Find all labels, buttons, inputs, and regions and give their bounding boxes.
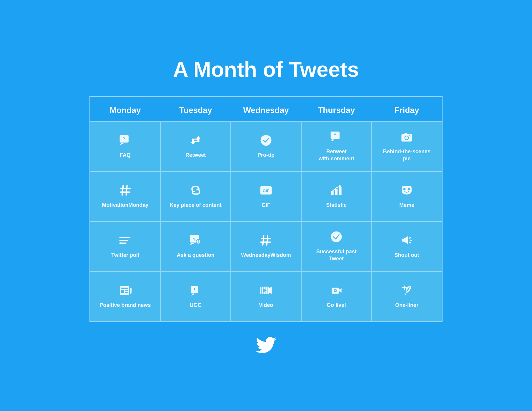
gif-label: GIF <box>262 202 270 209</box>
svg-text:?: ? <box>122 136 125 141</box>
svg-point-63 <box>335 290 336 291</box>
svg-rect-48 <box>125 290 128 291</box>
svg-line-12 <box>122 186 123 195</box>
protip-label: Pro-tip <box>257 152 275 159</box>
cell-key-content: Key piece of content <box>160 172 231 222</box>
chart-icon <box>330 184 343 198</box>
meme-label: Meme <box>399 202 414 209</box>
svg-point-28 <box>119 239 121 241</box>
cell-wednesday-wisdom: WednesdayWisdom <box>231 222 301 272</box>
oneliner-icon <box>400 284 413 298</box>
svg-text:GIF: GIF <box>263 189 269 193</box>
svg-marker-52 <box>191 293 195 295</box>
wednesday-wisdom-label: WednesdayWisdom <box>241 252 291 259</box>
retweet-comment-label: Retweetwith comment <box>319 148 354 162</box>
page-title: A Month of Tweets <box>173 57 359 81</box>
key-content-label: Key piece of content <box>170 202 222 209</box>
cell-shout-out: Shout out <box>372 222 442 272</box>
body-grid: ? FAQ Retweet Pro-tip <box>90 121 442 322</box>
svg-line-37 <box>267 236 268 245</box>
faq-label: FAQ <box>120 152 131 159</box>
retweet-label: Retweet <box>185 152 206 159</box>
svg-line-43 <box>410 242 411 243</box>
newspaper-icon <box>119 284 132 298</box>
hashtag-wednesday-icon <box>260 234 272 248</box>
svg-line-41 <box>410 237 411 238</box>
svg-point-40 <box>331 232 342 242</box>
cell-retweet: Retweet <box>160 122 231 172</box>
behind-scenes-label: Behind-the-scenespic <box>383 148 430 162</box>
main-grid: Monday Tuesday Wednesday Thursday Friday… <box>89 96 443 322</box>
svg-rect-20 <box>339 187 341 195</box>
svg-line-36 <box>263 236 264 245</box>
svg-point-23 <box>408 188 410 190</box>
gif-icon: GIF <box>260 184 272 198</box>
faq-icon: ? <box>119 134 132 148</box>
ask-question-label: Ask a question <box>177 252 215 259</box>
cell-successful-tweet: Successful pastTweet <box>301 222 372 272</box>
svg-rect-45 <box>130 288 132 294</box>
live-icon <box>330 284 343 298</box>
header-monday: Monday <box>90 103 160 118</box>
question-icon: ? ! <box>189 234 202 248</box>
cell-go-live: Go live! <box>301 272 372 322</box>
cell-ask-question: ? ! Ask a question <box>160 222 231 272</box>
ugc-icon: ! <box>189 284 202 298</box>
svg-point-3 <box>261 135 272 146</box>
twitter-poll-label: Twitter poll <box>111 252 139 259</box>
motivation-monday-label: MotivationMonday <box>102 202 149 209</box>
video-label: Video <box>259 302 273 309</box>
successful-tweet-label: Successful pastTweet <box>316 248 357 262</box>
hashtag-monday-icon <box>119 184 132 198</box>
svg-rect-46 <box>121 288 128 289</box>
cell-meme: Meme <box>372 172 442 222</box>
cell-retweet-comment: " Retweetwith comment <box>301 122 372 172</box>
svg-point-22 <box>403 188 406 190</box>
cell-positive-brand: Positive brand news <box>90 272 160 322</box>
go-live-label: Go live! <box>327 302 346 309</box>
cell-statistic: Statistic <box>301 172 372 222</box>
link-icon <box>189 184 202 198</box>
svg-text:": " <box>334 133 336 138</box>
cell-ugc: ! UGC <box>160 272 231 322</box>
header-tuesday: Tuesday <box>160 103 231 118</box>
svg-line-66 <box>405 294 406 295</box>
svg-point-9 <box>405 136 408 139</box>
statistic-label: Statistic <box>326 202 347 209</box>
header-wednesday: Wednesday <box>231 103 301 118</box>
cell-behind-scenes: Behind-the-scenespic <box>372 122 442 172</box>
poll-icon <box>119 234 132 248</box>
checkmark-icon <box>330 231 343 245</box>
cell-gif: GIF GIF <box>231 172 301 222</box>
svg-text:!: ! <box>198 240 199 243</box>
cell-one-liner: One-liner <box>372 272 442 322</box>
svg-rect-18 <box>331 191 334 195</box>
camera-icon <box>400 131 413 145</box>
mask-icon <box>400 184 413 198</box>
twitter-footer <box>256 337 276 354</box>
svg-rect-47 <box>121 290 124 293</box>
one-liner-label: One-liner <box>395 302 418 309</box>
protip-icon <box>260 134 272 148</box>
svg-point-11 <box>410 135 410 136</box>
svg-rect-10 <box>405 133 407 135</box>
svg-point-29 <box>119 242 121 244</box>
ugc-label: UGC <box>190 302 202 309</box>
svg-rect-19 <box>335 189 338 195</box>
svg-marker-6 <box>331 139 335 142</box>
svg-text:!: ! <box>194 287 195 292</box>
positive-brand-label: Positive brand news <box>100 302 151 309</box>
header-friday: Friday <box>372 103 442 118</box>
cell-motivation-monday: MotivationMonday <box>90 172 160 222</box>
svg-marker-61 <box>339 288 341 292</box>
retweet-icon <box>189 134 202 148</box>
svg-marker-32 <box>190 242 194 245</box>
svg-marker-59 <box>269 287 272 294</box>
cell-faq: ? FAQ <box>90 122 160 172</box>
header-row: Monday Tuesday Wednesday Thursday Friday <box>90 97 442 121</box>
svg-marker-2 <box>119 142 123 145</box>
shout-out-label: Shout out <box>394 252 419 259</box>
svg-text:?: ? <box>193 237 195 242</box>
video-icon <box>260 284 272 298</box>
cell-video: Video <box>231 272 301 322</box>
